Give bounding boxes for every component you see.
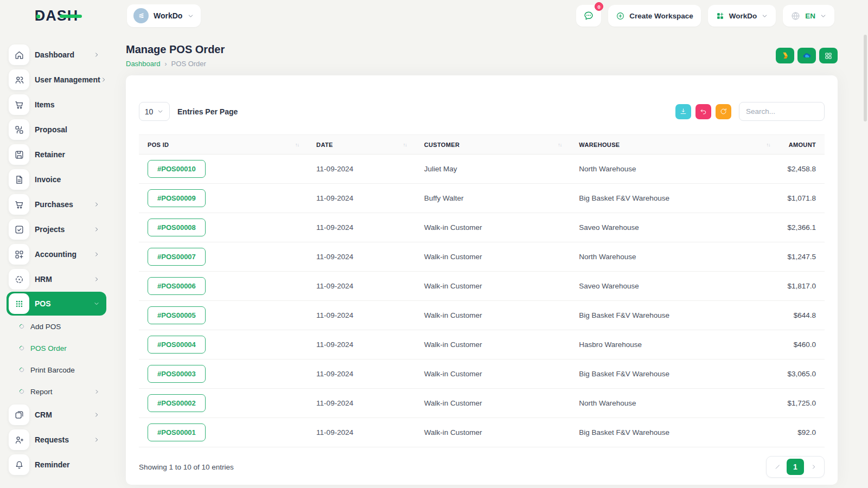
order-customer: Walk-in Customer [416, 418, 571, 447]
pos-id-link[interactable]: #POS00001 [148, 423, 206, 441]
sidebar-item-crm[interactable]: CRM [7, 402, 106, 427]
user-plus-icon [9, 429, 29, 450]
sidebar-subitem-print-barcode[interactable]: Print Barcode [0, 359, 113, 381]
cart-icon [9, 194, 29, 215]
page-title: Manage POS Order [126, 43, 225, 56]
column-header-amount: AMOUNT [778, 135, 825, 155]
sidebar-item-proposal[interactable]: Proposal [7, 117, 106, 142]
sidebar-item-hrm[interactable]: HRM [7, 267, 106, 292]
scrollbar[interactable] [864, 35, 867, 121]
cart-icon [9, 94, 29, 115]
order-amount: $1,725.0 [778, 389, 825, 418]
column-header-date[interactable]: DATE↑↓ [308, 135, 416, 155]
sidebar-item-accounting[interactable]: Accounting [7, 242, 106, 267]
sort-icon[interactable]: ↑↓ [766, 142, 770, 147]
create-workspace-button[interactable]: Create Workspace [608, 5, 701, 27]
table-row: #POS00010 11-09-2024 Juliet May North Wa… [139, 155, 825, 184]
sidebar-item-reminder[interactable]: Reminder [7, 452, 106, 477]
sidebar-item-requests[interactable]: Requests [7, 427, 106, 452]
order-date: 11-09-2024 [308, 359, 416, 389]
order-warehouse: Big Basket F&V Warehouse [570, 418, 778, 447]
pos-id-link[interactable]: #POS00007 [148, 248, 206, 266]
logo-wrap: DASH [0, 8, 113, 24]
sort-icon[interactable]: ↑↓ [403, 142, 407, 147]
export-download-button[interactable] [675, 104, 691, 119]
sidebar-item-purchases[interactable]: Purchases [7, 192, 106, 217]
order-customer: Walk-in Customer [416, 330, 571, 359]
sort-icon[interactable]: ↑↓ [295, 142, 299, 147]
order-date: 11-09-2024 [308, 242, 416, 272]
breadcrumb: Dashboard › POS Order [126, 60, 225, 68]
table-head: POS ID↑↓ DATE↑↓ CUSTOMER↑↓ WAREHOUSE↑↓ A… [139, 135, 825, 155]
chevron-right-icon [94, 389, 100, 395]
chevron-right-icon [93, 52, 100, 58]
pos-id-link[interactable]: #POS00010 [148, 160, 206, 178]
messages-button[interactable]: 0 [576, 5, 601, 27]
pos-id-link[interactable]: #POS00005 [148, 306, 206, 324]
order-customer: Walk-in Customer [416, 272, 571, 301]
page-1-button[interactable]: 1 [787, 459, 804, 475]
orders-table: POS ID↑↓ DATE↑↓ CUSTOMER↑↓ WAREHOUSE↑↓ A… [139, 134, 825, 447]
order-date: 11-09-2024 [308, 330, 416, 359]
building-icon [133, 8, 149, 23]
pos-id-link[interactable]: #POS00004 [148, 336, 206, 354]
column-header-pos-id[interactable]: POS ID↑↓ [139, 135, 308, 155]
search-input[interactable] [739, 102, 825, 121]
order-amount: $2,366.1 [778, 213, 825, 242]
pos-id-link[interactable]: #POS00008 [148, 219, 206, 236]
column-header-customer[interactable]: CUSTOMER↑↓ [416, 135, 571, 155]
proposal-icon [9, 119, 29, 140]
column-header-warehouse[interactable]: WAREHOUSE↑↓ [570, 135, 778, 155]
pos-id-link[interactable]: #POS00009 [148, 189, 206, 207]
chevron-left-icon [774, 464, 780, 470]
bullet-icon [18, 323, 24, 329]
sidebar-subitem-pos-order[interactable]: POS Order [0, 337, 113, 359]
crm-icon [9, 404, 29, 425]
sidebar-item-projects[interactable]: Projects [7, 217, 106, 242]
users-icon [9, 69, 29, 90]
pos-id-link[interactable]: #POS00003 [148, 365, 206, 383]
accounting-icon [9, 244, 29, 265]
sidebar-item-pos[interactable]: POS [7, 292, 106, 316]
workspace-dropdown-label: WorkDo [729, 12, 757, 20]
app-logo[interactable]: DASH [35, 8, 79, 24]
order-amount: $2,458.8 [778, 155, 825, 184]
chevron-right-icon: › [165, 60, 167, 68]
google-drive-button[interactable] [776, 48, 794, 63]
pos-id-link[interactable]: #POS00002 [148, 394, 206, 412]
chevron-right-icon [810, 464, 817, 470]
order-amount: $1,071.8 [778, 184, 825, 213]
order-warehouse: North Warehouse [570, 242, 778, 272]
pagination: 1 [766, 456, 825, 478]
sidebar-subitem-report[interactable]: Report [0, 381, 113, 402]
plus-circle-icon [616, 11, 625, 21]
onedrive-icon [802, 50, 812, 61]
prev-page-button[interactable] [769, 459, 785, 475]
sidebar-item-retainer[interactable]: Retainer [7, 142, 106, 167]
pos-id-link[interactable]: #POS00006 [148, 277, 206, 295]
next-page-button[interactable] [806, 459, 822, 475]
entries-per-page-select[interactable]: 10 [139, 102, 170, 121]
breadcrumb-dashboard-link[interactable]: Dashboard [126, 60, 161, 68]
onedrive-button[interactable] [797, 48, 816, 63]
workspace-selector[interactable]: WorkDo [127, 4, 201, 27]
sidebar-subitem-add-pos[interactable]: Add POS [0, 316, 113, 337]
workspace-dropdown[interactable]: WorkDo [708, 5, 776, 27]
sidebar-item-items[interactable]: Items [7, 92, 106, 117]
chevron-right-icon [93, 436, 100, 443]
language-dropdown[interactable]: EN [783, 5, 834, 27]
sidebar-item-invoice[interactable]: Invoice [7, 167, 106, 192]
entries-per-page-value: 10 [145, 107, 154, 116]
order-customer: Walk-in Customer [416, 242, 571, 272]
order-amount: $1,817.0 [778, 272, 825, 301]
refresh-button[interactable] [716, 104, 731, 119]
undo-button[interactable] [695, 104, 711, 119]
sidebar-item-dashboard[interactable]: Dashboard [7, 42, 106, 67]
table-row: #POS00005 11-09-2024 Walk-in Customer Bi… [139, 301, 825, 330]
table-controls: 10 Entries Per Page [139, 75, 825, 121]
pos-grid-icon [9, 293, 29, 314]
grid-view-button[interactable] [819, 48, 838, 63]
sort-icon[interactable]: ↑↓ [558, 142, 561, 147]
sidebar-item-user-management[interactable]: User Management [7, 67, 106, 92]
bullet-icon [18, 345, 24, 351]
